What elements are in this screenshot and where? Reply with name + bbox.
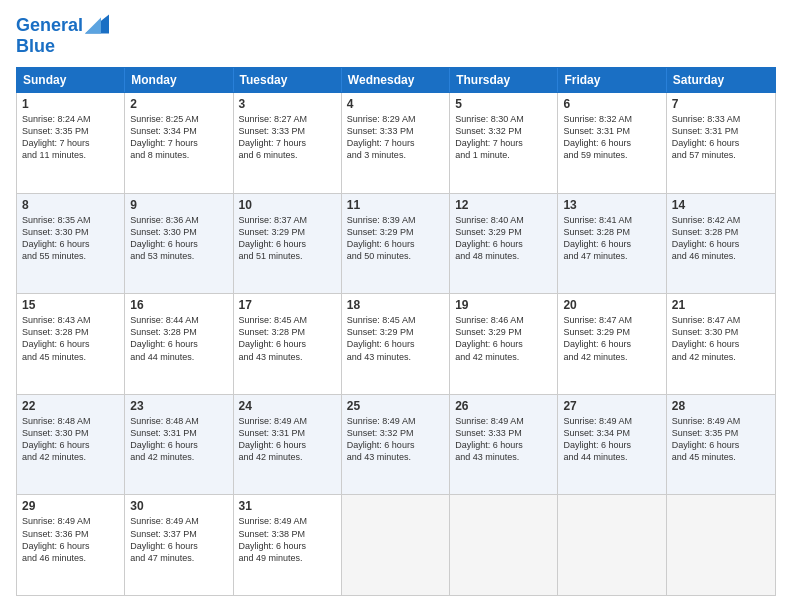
header-day-monday: Monday: [125, 68, 233, 92]
day-number: 7: [672, 97, 770, 111]
day-info: Sunrise: 8:39 AMSunset: 3:29 PMDaylight:…: [347, 214, 444, 263]
cal-cell-empty: [342, 495, 450, 595]
day-info: Sunrise: 8:49 AMSunset: 3:35 PMDaylight:…: [672, 415, 770, 464]
cal-cell-13: 13Sunrise: 8:41 AMSunset: 3:28 PMDayligh…: [558, 194, 666, 294]
day-number: 18: [347, 298, 444, 312]
day-info: Sunrise: 8:49 AMSunset: 3:32 PMDaylight:…: [347, 415, 444, 464]
day-number: 13: [563, 198, 660, 212]
day-info: Sunrise: 8:29 AMSunset: 3:33 PMDaylight:…: [347, 113, 444, 162]
day-info: Sunrise: 8:27 AMSunset: 3:33 PMDaylight:…: [239, 113, 336, 162]
cal-cell-18: 18Sunrise: 8:45 AMSunset: 3:29 PMDayligh…: [342, 294, 450, 394]
day-info: Sunrise: 8:36 AMSunset: 3:30 PMDaylight:…: [130, 214, 227, 263]
day-info: Sunrise: 8:47 AMSunset: 3:30 PMDaylight:…: [672, 314, 770, 363]
calendar-header: SundayMondayTuesdayWednesdayThursdayFrid…: [16, 67, 776, 93]
day-info: Sunrise: 8:25 AMSunset: 3:34 PMDaylight:…: [130, 113, 227, 162]
header-day-wednesday: Wednesday: [342, 68, 450, 92]
cal-cell-11: 11Sunrise: 8:39 AMSunset: 3:29 PMDayligh…: [342, 194, 450, 294]
cal-cell-31: 31Sunrise: 8:49 AMSunset: 3:38 PMDayligh…: [234, 495, 342, 595]
day-number: 9: [130, 198, 227, 212]
cal-cell-3: 3Sunrise: 8:27 AMSunset: 3:33 PMDaylight…: [234, 93, 342, 193]
day-number: 31: [239, 499, 336, 513]
cal-cell-10: 10Sunrise: 8:37 AMSunset: 3:29 PMDayligh…: [234, 194, 342, 294]
header-day-sunday: Sunday: [17, 68, 125, 92]
cal-cell-29: 29Sunrise: 8:49 AMSunset: 3:36 PMDayligh…: [17, 495, 125, 595]
day-info: Sunrise: 8:45 AMSunset: 3:28 PMDaylight:…: [239, 314, 336, 363]
calendar-body: 1Sunrise: 8:24 AMSunset: 3:35 PMDaylight…: [16, 93, 776, 596]
day-info: Sunrise: 8:49 AMSunset: 3:31 PMDaylight:…: [239, 415, 336, 464]
cal-cell-30: 30Sunrise: 8:49 AMSunset: 3:37 PMDayligh…: [125, 495, 233, 595]
calendar-row-2: 8Sunrise: 8:35 AMSunset: 3:30 PMDaylight…: [17, 194, 775, 295]
day-info: Sunrise: 8:43 AMSunset: 3:28 PMDaylight:…: [22, 314, 119, 363]
header: General Blue: [16, 16, 776, 57]
header-day-tuesday: Tuesday: [234, 68, 342, 92]
cal-cell-21: 21Sunrise: 8:47 AMSunset: 3:30 PMDayligh…: [667, 294, 775, 394]
logo: General Blue: [16, 16, 109, 57]
day-number: 8: [22, 198, 119, 212]
cal-cell-15: 15Sunrise: 8:43 AMSunset: 3:28 PMDayligh…: [17, 294, 125, 394]
cal-cell-7: 7Sunrise: 8:33 AMSunset: 3:31 PMDaylight…: [667, 93, 775, 193]
calendar-row-5: 29Sunrise: 8:49 AMSunset: 3:36 PMDayligh…: [17, 495, 775, 595]
cal-cell-16: 16Sunrise: 8:44 AMSunset: 3:28 PMDayligh…: [125, 294, 233, 394]
day-number: 2: [130, 97, 227, 111]
cal-cell-8: 8Sunrise: 8:35 AMSunset: 3:30 PMDaylight…: [17, 194, 125, 294]
cal-cell-empty: [450, 495, 558, 595]
day-number: 20: [563, 298, 660, 312]
calendar-row-1: 1Sunrise: 8:24 AMSunset: 3:35 PMDaylight…: [17, 93, 775, 194]
day-info: Sunrise: 8:37 AMSunset: 3:29 PMDaylight:…: [239, 214, 336, 263]
day-info: Sunrise: 8:24 AMSunset: 3:35 PMDaylight:…: [22, 113, 119, 162]
day-number: 28: [672, 399, 770, 413]
day-info: Sunrise: 8:48 AMSunset: 3:30 PMDaylight:…: [22, 415, 119, 464]
calendar-row-3: 15Sunrise: 8:43 AMSunset: 3:28 PMDayligh…: [17, 294, 775, 395]
day-info: Sunrise: 8:41 AMSunset: 3:28 PMDaylight:…: [563, 214, 660, 263]
day-number: 3: [239, 97, 336, 111]
day-number: 25: [347, 399, 444, 413]
cal-cell-empty: [667, 495, 775, 595]
cal-cell-2: 2Sunrise: 8:25 AMSunset: 3:34 PMDaylight…: [125, 93, 233, 193]
day-info: Sunrise: 8:48 AMSunset: 3:31 PMDaylight:…: [130, 415, 227, 464]
calendar-row-4: 22Sunrise: 8:48 AMSunset: 3:30 PMDayligh…: [17, 395, 775, 496]
day-info: Sunrise: 8:49 AMSunset: 3:37 PMDaylight:…: [130, 515, 227, 564]
day-info: Sunrise: 8:30 AMSunset: 3:32 PMDaylight:…: [455, 113, 552, 162]
cal-cell-25: 25Sunrise: 8:49 AMSunset: 3:32 PMDayligh…: [342, 395, 450, 495]
cal-cell-28: 28Sunrise: 8:49 AMSunset: 3:35 PMDayligh…: [667, 395, 775, 495]
day-info: Sunrise: 8:32 AMSunset: 3:31 PMDaylight:…: [563, 113, 660, 162]
day-info: Sunrise: 8:45 AMSunset: 3:29 PMDaylight:…: [347, 314, 444, 363]
cal-cell-6: 6Sunrise: 8:32 AMSunset: 3:31 PMDaylight…: [558, 93, 666, 193]
day-number: 14: [672, 198, 770, 212]
cal-cell-27: 27Sunrise: 8:49 AMSunset: 3:34 PMDayligh…: [558, 395, 666, 495]
day-number: 29: [22, 499, 119, 513]
day-number: 30: [130, 499, 227, 513]
day-info: Sunrise: 8:44 AMSunset: 3:28 PMDaylight:…: [130, 314, 227, 363]
cal-cell-4: 4Sunrise: 8:29 AMSunset: 3:33 PMDaylight…: [342, 93, 450, 193]
day-number: 22: [22, 399, 119, 413]
header-day-saturday: Saturday: [667, 68, 775, 92]
day-number: 15: [22, 298, 119, 312]
day-number: 5: [455, 97, 552, 111]
day-number: 16: [130, 298, 227, 312]
logo-text: General: [16, 16, 83, 36]
cal-cell-17: 17Sunrise: 8:45 AMSunset: 3:28 PMDayligh…: [234, 294, 342, 394]
logo-icon: [85, 14, 109, 34]
day-number: 21: [672, 298, 770, 312]
day-info: Sunrise: 8:35 AMSunset: 3:30 PMDaylight:…: [22, 214, 119, 263]
day-number: 23: [130, 399, 227, 413]
day-number: 4: [347, 97, 444, 111]
day-info: Sunrise: 8:42 AMSunset: 3:28 PMDaylight:…: [672, 214, 770, 263]
day-number: 10: [239, 198, 336, 212]
logo-general: General: [16, 15, 83, 35]
logo-blue: Blue: [16, 36, 109, 57]
day-info: Sunrise: 8:40 AMSunset: 3:29 PMDaylight:…: [455, 214, 552, 263]
day-info: Sunrise: 8:33 AMSunset: 3:31 PMDaylight:…: [672, 113, 770, 162]
cal-cell-12: 12Sunrise: 8:40 AMSunset: 3:29 PMDayligh…: [450, 194, 558, 294]
day-info: Sunrise: 8:49 AMSunset: 3:34 PMDaylight:…: [563, 415, 660, 464]
cal-cell-19: 19Sunrise: 8:46 AMSunset: 3:29 PMDayligh…: [450, 294, 558, 394]
cal-cell-5: 5Sunrise: 8:30 AMSunset: 3:32 PMDaylight…: [450, 93, 558, 193]
day-info: Sunrise: 8:47 AMSunset: 3:29 PMDaylight:…: [563, 314, 660, 363]
day-info: Sunrise: 8:49 AMSunset: 3:36 PMDaylight:…: [22, 515, 119, 564]
day-number: 12: [455, 198, 552, 212]
page: General Blue SundayMondayTuesdayWednesda…: [0, 0, 792, 612]
day-number: 19: [455, 298, 552, 312]
cal-cell-14: 14Sunrise: 8:42 AMSunset: 3:28 PMDayligh…: [667, 194, 775, 294]
day-number: 17: [239, 298, 336, 312]
cal-cell-24: 24Sunrise: 8:49 AMSunset: 3:31 PMDayligh…: [234, 395, 342, 495]
